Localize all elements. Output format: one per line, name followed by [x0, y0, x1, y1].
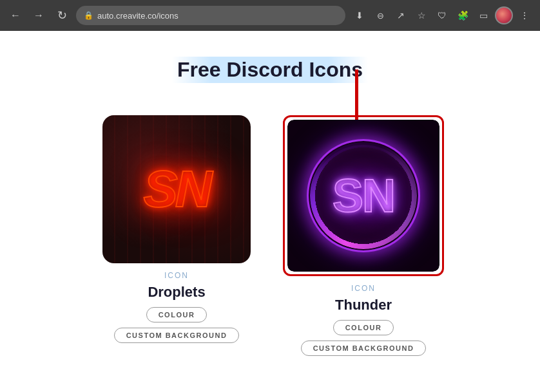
droplets-bg-button[interactable]: CUSTOM BACKGROUND: [114, 328, 240, 343]
droplets-image: SN: [102, 115, 251, 263]
browser-actions: ⬇ ⊖ ↗ ☆ 🛡 🧩 ▭ ⋮: [351, 6, 534, 24]
menu-button[interactable]: ⋮: [516, 6, 534, 24]
zoom-button[interactable]: ⊖: [371, 6, 389, 24]
profile-avatar[interactable]: [495, 6, 513, 24]
page-content: Free Discord Icons SN ICON Droplets COLO…: [0, 31, 540, 380]
shield-button[interactable]: 🛡: [433, 6, 451, 24]
thunder-image: SN: [287, 120, 439, 272]
arrow-shaft: [355, 70, 358, 121]
url-text: auto.creavite.co/icons: [97, 11, 178, 21]
card-thunder: SN ICON Thunder COLOUR CUSTOM BACKGROUND: [289, 115, 438, 361]
thunder-text: SN: [333, 169, 394, 222]
back-button[interactable]: ←: [6, 6, 24, 24]
lock-icon: 🔒: [84, 11, 93, 20]
window-button[interactable]: ▭: [474, 6, 492, 24]
thunder-colour-button[interactable]: COLOUR: [333, 320, 394, 335]
thunder-image-inner: SN: [287, 120, 439, 272]
card-droplets: SN ICON Droplets COLOUR CUSTOM BACKGROUN…: [102, 115, 251, 348]
droplets-image-wrapper: SN: [102, 115, 251, 263]
droplets-text: SN: [143, 160, 209, 219]
cards-container: SN ICON Droplets COLOUR CUSTOM BACKGROUN…: [102, 115, 438, 361]
droplets-name: Droplets: [148, 284, 205, 301]
forward-button[interactable]: →: [30, 6, 48, 24]
page-title: Free Discord Icons: [172, 57, 368, 83]
thunder-label: ICON: [351, 284, 376, 293]
thunder-image-wrapper: SN: [283, 115, 444, 276]
reload-button[interactable]: ↻: [53, 6, 71, 24]
thunder-name: Thunder: [335, 297, 392, 313]
droplets-label: ICON: [164, 271, 189, 280]
browser-chrome: ← → ↻ 🔒 auto.creavite.co/icons ⬇ ⊖ ↗ ☆ 🛡…: [0, 0, 540, 31]
droplets-colour-button[interactable]: COLOUR: [146, 307, 207, 322]
thunder-bg-button[interactable]: CUSTOM BACKGROUND: [301, 341, 427, 356]
download-button[interactable]: ⬇: [351, 6, 369, 24]
share-button[interactable]: ↗: [392, 6, 410, 24]
bookmark-button[interactable]: ☆: [412, 6, 430, 24]
address-bar[interactable]: 🔒 auto.creavite.co/icons: [76, 6, 345, 25]
extensions-button[interactable]: 🧩: [454, 6, 472, 24]
